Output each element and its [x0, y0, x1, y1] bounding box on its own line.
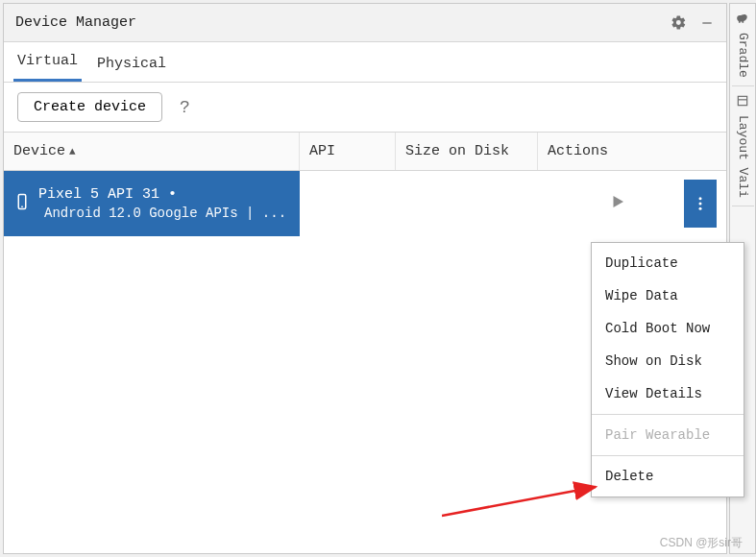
svg-rect-7 — [738, 96, 746, 105]
elephant-icon — [736, 12, 749, 29]
panel-title: Device Manager — [15, 14, 661, 31]
menu-pair-wearable: Pair Wearable — [592, 419, 744, 451]
menu-duplicate[interactable]: Duplicate — [592, 247, 744, 279]
layout-icon — [736, 94, 749, 111]
device-text: Pixel 5 API 31 • Android 12.0 Google API… — [38, 186, 286, 221]
side-tab-gradle[interactable]: Gradle — [732, 4, 754, 86]
table-header: Device ▲ API Size on Disk Actions — [4, 133, 726, 171]
menu-separator — [592, 414, 744, 415]
device-context-menu: Duplicate Wipe Data Cold Boot Now Show o… — [591, 242, 744, 497]
help-icon[interactable]: ? — [180, 98, 190, 117]
column-device[interactable]: Device ▲ — [4, 133, 300, 170]
column-size-label: Size on Disk — [405, 143, 509, 159]
column-size[interactable]: Size on Disk — [396, 133, 538, 170]
device-name: Pixel 5 API 31 • — [38, 186, 286, 203]
column-device-label: Device — [13, 143, 65, 159]
play-icon[interactable] — [609, 193, 626, 215]
menu-cold-boot[interactable]: Cold Boot Now — [592, 312, 744, 345]
column-actions-label: Actions — [548, 143, 608, 159]
phone-icon — [13, 193, 31, 215]
side-tab-gradle-label: Gradle — [736, 33, 750, 78]
svg-point-4 — [699, 197, 702, 200]
table-row[interactable]: Pixel 5 API 31 • Android 12.0 Google API… — [4, 171, 726, 236]
svg-point-6 — [699, 207, 702, 210]
svg-marker-3 — [614, 196, 624, 207]
menu-delete[interactable]: Delete — [592, 460, 744, 493]
watermark: CSDN @形sir哥 — [660, 535, 743, 551]
column-api-label: API — [309, 143, 335, 159]
api-cell — [300, 171, 396, 236]
device-description: Android 12.0 Google APIs | ... — [38, 206, 286, 221]
tab-virtual[interactable]: Virtual — [13, 43, 82, 82]
column-actions: Actions — [538, 133, 726, 170]
svg-point-5 — [699, 203, 702, 206]
side-tab-layout-label: Layout Vali — [736, 115, 750, 198]
gear-icon[interactable] — [667, 12, 690, 35]
actions-cell — [538, 171, 726, 236]
menu-show-on-disk[interactable]: Show on Disk — [592, 345, 744, 377]
side-tab-layout[interactable]: Layout Vali — [732, 86, 754, 206]
menu-view-details[interactable]: View Details — [592, 377, 744, 410]
menu-wipe-data[interactable]: Wipe Data — [592, 279, 744, 312]
tabs: Virtual Physical — [4, 42, 726, 83]
menu-separator — [592, 455, 744, 456]
toolbar: Create device ? — [4, 83, 726, 133]
sort-asc-icon: ▲ — [69, 146, 76, 157]
more-actions-button[interactable] — [684, 180, 717, 228]
minimize-icon[interactable] — [695, 12, 719, 35]
size-cell — [396, 171, 538, 236]
device-cell[interactable]: Pixel 5 API 31 • Android 12.0 Google API… — [4, 171, 300, 236]
panel-header: Device Manager — [4, 4, 726, 42]
create-device-button[interactable]: Create device — [17, 92, 162, 122]
tab-physical[interactable]: Physical — [93, 46, 170, 82]
column-api[interactable]: API — [300, 133, 396, 170]
